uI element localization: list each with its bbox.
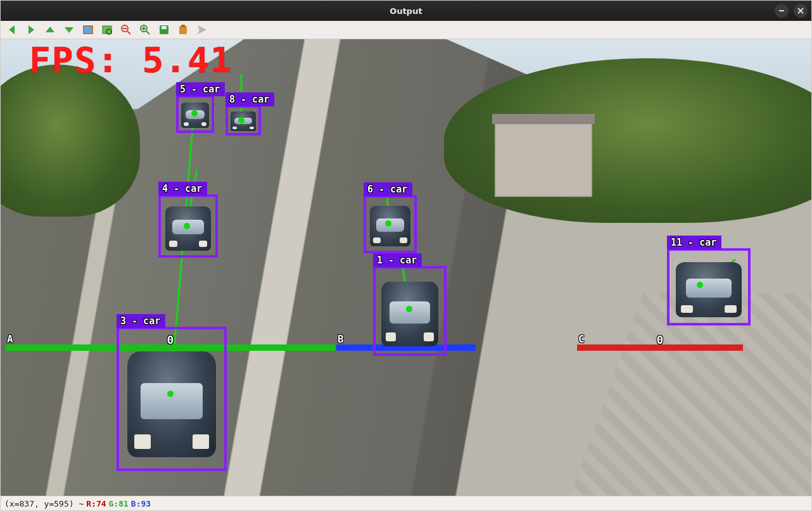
titlebar[interactable]: Output [1,1,811,21]
app-window: Output A0B0C [0,0,812,511]
svg-marker-6 [65,27,73,33]
centroid-dot [184,223,190,229]
window-controls [775,4,808,18]
svg-rect-7 [84,26,92,34]
detection-label: 8 - car [225,92,274,106]
status-coords: (x=837, y=595) ~ [4,499,84,508]
detection-box: 11 - car [667,248,751,325]
window-title: Output [1,6,811,16]
detection-label: 3 - car [117,314,165,328]
centroid-dot [191,110,198,117]
car-graphic [381,282,439,346]
status-pixel-r: R:74 [86,499,106,508]
detection-label: 4 - car [158,182,207,196]
fps-overlay: FPS: 5.41 [29,39,232,80]
status-pixel-b: B:93 [131,499,151,508]
centroid-dot [167,391,174,397]
svg-line-14 [146,31,149,34]
status-pixel-g: G:81 [109,499,129,508]
zoom-out-icon[interactable] [120,23,132,36]
svg-marker-21 [198,25,206,34]
toolbar [1,21,811,39]
centroid-dot [238,117,244,123]
svg-marker-4 [29,25,34,34]
svg-line-11 [127,31,130,34]
car-graphic [370,206,410,246]
count-line-label: B [338,333,345,345]
screenshot-icon[interactable] [82,23,94,36]
svg-marker-5 [46,27,54,32]
centroid-dot [385,220,391,227]
detection-label: 5 - car [176,82,225,96]
area-select-icon[interactable] [101,23,113,36]
nav-forward-icon[interactable] [25,23,37,36]
statusbar: (x=837, y=595) ~ R:74 G:81 B:93 [1,496,811,510]
close-button[interactable] [794,4,808,18]
centroid-dot [406,306,412,312]
detection-label: 6 - car [364,182,412,196]
svg-rect-20 [181,25,185,27]
clipboard-icon[interactable] [177,23,189,36]
send-icon[interactable] [196,23,208,36]
centroid-dot [697,282,703,288]
count-line-c: C0 [577,344,743,351]
detection-label: 11 - car [667,236,721,249]
car-graphic [676,262,742,317]
car-graphic [127,351,215,457]
count-line-label: A [7,333,14,345]
nav-back-icon[interactable] [6,23,18,36]
count-line-label: C [578,333,585,345]
zoom-in-icon[interactable] [139,23,151,36]
nav-up-icon[interactable] [44,23,56,36]
detection-label: 1 - car [373,253,422,267]
detection-box: 3 - car [117,327,227,471]
nav-down-icon[interactable] [63,23,75,36]
save-icon[interactable] [158,23,170,36]
count-line-value: 0 [657,333,664,346]
svg-marker-3 [9,25,15,34]
image-viewport[interactable]: A0B0C0 3 - car4 - car5 - car8 - car6 - c… [1,39,811,496]
minimize-button[interactable] [775,4,789,18]
svg-rect-18 [162,26,167,29]
